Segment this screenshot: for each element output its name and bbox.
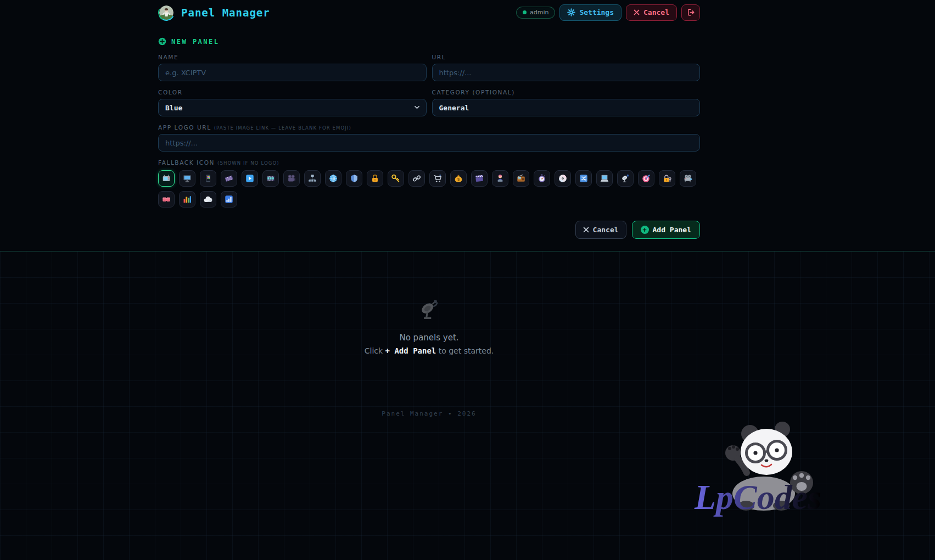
globe-icon bbox=[328, 173, 338, 183]
empty-hint-suffix: to get started. bbox=[436, 346, 494, 355]
fallback-icon-play[interactable] bbox=[242, 170, 258, 187]
logo-label-hint: (PASTE IMAGE LINK — LEAVE BLANK FOR EMOJ… bbox=[214, 125, 351, 131]
fallback-icon-cd[interactable] bbox=[555, 170, 571, 187]
page-title: Panel Manager bbox=[181, 7, 270, 19]
money-bag-icon: $ bbox=[453, 173, 463, 183]
satellite-icon bbox=[620, 173, 630, 183]
name-input[interactable] bbox=[158, 64, 427, 81]
header-cancel-button[interactable]: Cancel bbox=[626, 4, 677, 21]
add-panel-label: Add Panel bbox=[653, 226, 691, 234]
empty-hint-prefix: Click bbox=[365, 346, 385, 355]
online-dot-icon bbox=[523, 10, 527, 14]
fallback-icon-signal[interactable] bbox=[221, 191, 237, 208]
fallback-icon-technologist[interactable] bbox=[492, 170, 508, 187]
radio-icon bbox=[516, 173, 526, 183]
color-field-group: COLOR Blue bbox=[158, 89, 427, 116]
fallback-icon-cloud[interactable] bbox=[200, 191, 216, 208]
projector-icon bbox=[683, 173, 693, 183]
logout-button[interactable] bbox=[681, 4, 700, 21]
name-field-group: NAME bbox=[158, 54, 427, 81]
fallback-icon-shuffle[interactable] bbox=[575, 170, 592, 187]
fallback-icon-chart-bars[interactable] bbox=[179, 191, 195, 208]
admin-badge: admin bbox=[516, 7, 555, 19]
app-container: Panel Manager admin Settings Cance bbox=[158, 0, 700, 560]
empty-hint-add-panel: + Add Panel bbox=[385, 346, 436, 355]
fallback-icon-cart[interactable] bbox=[429, 170, 446, 187]
key-icon bbox=[391, 173, 401, 183]
fallback-icon-desktop[interactable] bbox=[179, 170, 195, 187]
name-label: NAME bbox=[158, 54, 427, 60]
gear-icon bbox=[567, 8, 575, 16]
fallback-icon-link[interactable] bbox=[408, 170, 425, 187]
fallback-icon-lock-with-key[interactable] bbox=[659, 170, 675, 187]
fallback-icon-money-bag[interactable]: $ bbox=[450, 170, 467, 187]
header-actions: admin Settings Cancel bbox=[516, 4, 700, 21]
fallback-icon-film-frames[interactable] bbox=[221, 170, 237, 187]
fallback-icon-film-strip[interactable] bbox=[262, 170, 279, 187]
lpcodes-text: LpCodes bbox=[694, 478, 821, 517]
tv-icon bbox=[161, 173, 171, 183]
admin-badge-label: admin bbox=[530, 9, 548, 16]
stopwatch-icon bbox=[537, 173, 547, 183]
fallback-label-hint: (SHOWN IF NO LOGO) bbox=[217, 160, 279, 166]
fallback-icon-grid: $ bbox=[158, 170, 700, 208]
fallback-icon-satellite[interactable] bbox=[617, 170, 634, 187]
fallback-icon-projector[interactable] bbox=[680, 170, 696, 187]
new-panel-heading-label: NEW PANEL bbox=[171, 38, 220, 46]
fallback-icon-network[interactable] bbox=[304, 170, 321, 187]
clapper-icon bbox=[474, 173, 484, 183]
user-avatar[interactable] bbox=[158, 4, 175, 21]
url-input[interactable] bbox=[432, 64, 701, 81]
url-field-group: URL bbox=[432, 54, 701, 81]
fallback-icon-clapper[interactable] bbox=[471, 170, 488, 187]
fallback-icon-tv[interactable] bbox=[158, 170, 175, 187]
empty-state: No panels yet. Click + Add Panel to get … bbox=[158, 251, 700, 355]
header-cancel-label: Cancel bbox=[643, 8, 669, 16]
fallback-icon-shield[interactable] bbox=[346, 170, 362, 187]
logo-label: APP LOGO URL (PASTE IMAGE LINK — LEAVE B… bbox=[158, 124, 700, 131]
laptop-icon bbox=[600, 173, 609, 183]
fallback-icon-movie-camera[interactable] bbox=[283, 170, 300, 187]
fallback-icon-mobile-phone[interactable] bbox=[200, 170, 216, 187]
form-cancel-label: Cancel bbox=[593, 226, 619, 234]
url-label: URL bbox=[432, 54, 701, 60]
add-panel-button[interactable]: + Add Panel bbox=[632, 221, 700, 239]
lock-with-key-icon bbox=[662, 173, 672, 183]
fallback-icon-radio[interactable] bbox=[513, 170, 529, 187]
category-input[interactable] bbox=[432, 99, 701, 116]
form-cancel-button[interactable]: Cancel bbox=[575, 221, 626, 239]
ticket-icon bbox=[161, 194, 171, 204]
lock-icon bbox=[370, 173, 380, 183]
chart-bars-icon bbox=[182, 194, 192, 204]
cart-icon bbox=[433, 173, 443, 183]
plus-circle-icon bbox=[158, 37, 166, 46]
fallback-icon-stopwatch[interactable] bbox=[534, 170, 550, 187]
technologist-icon bbox=[495, 173, 505, 183]
logo-url-input[interactable] bbox=[158, 134, 700, 152]
logout-icon bbox=[687, 8, 695, 16]
fallback-icon-lock[interactable] bbox=[367, 170, 383, 187]
empty-state-title: No panels yet. bbox=[158, 333, 700, 343]
new-panel-form: NAME URL COLOR Blue CATEGORY (OPTIONAL) bbox=[158, 54, 700, 208]
fallback-icon-key[interactable] bbox=[388, 170, 404, 187]
settings-button[interactable]: Settings bbox=[559, 4, 622, 21]
logo-field-group: APP LOGO URL (PASTE IMAGE LINK — LEAVE B… bbox=[158, 124, 700, 152]
new-panel-heading: NEW PANEL bbox=[158, 37, 700, 46]
mobile-phone-icon bbox=[203, 173, 213, 183]
color-label: COLOR bbox=[158, 89, 427, 96]
film-strip-icon bbox=[266, 173, 276, 183]
fallback-icon-ticket[interactable] bbox=[158, 191, 175, 208]
fallback-icon-dart[interactable] bbox=[638, 170, 654, 187]
color-select[interactable]: Blue bbox=[158, 99, 427, 116]
svg-text:$: $ bbox=[457, 177, 460, 182]
settings-button-label: Settings bbox=[579, 8, 614, 16]
fallback-label-text: FALLBACK ICON bbox=[158, 159, 215, 166]
shuffle-icon bbox=[579, 173, 589, 183]
logo-label-text: APP LOGO URL bbox=[158, 124, 211, 131]
shield-icon bbox=[349, 173, 359, 183]
desktop-icon bbox=[182, 173, 192, 183]
avatar-ring bbox=[156, 2, 177, 23]
fallback-icon-globe[interactable] bbox=[325, 170, 341, 187]
plus-circle-icon: + bbox=[641, 226, 649, 234]
fallback-icon-laptop[interactable] bbox=[596, 170, 613, 187]
